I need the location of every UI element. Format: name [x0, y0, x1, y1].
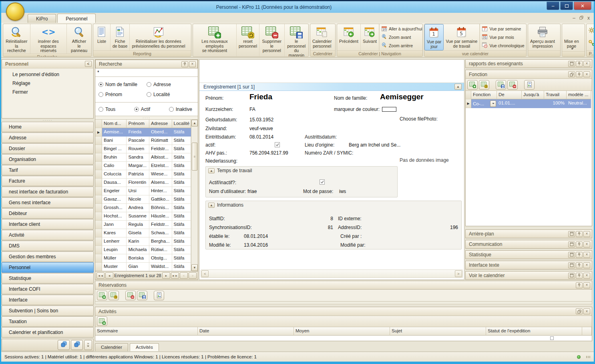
sidebar-item-gens-nest-interface[interactable]: Gens nest interface [2, 197, 94, 208]
table-row[interactable]: KaresGiselaSchwa...Stäfa [95, 229, 191, 237]
sidebar-item-dms[interactable]: DMS [2, 241, 94, 251]
sidebar-item-débiteur[interactable]: Débiteur [2, 208, 94, 219]
scroll-left-icon[interactable]: < [201, 270, 209, 277]
maximize-icon[interactable] [568, 231, 575, 237]
ribbon-small-button-zoom-arrière[interactable]: Zoom arrière [381, 42, 422, 49]
table-cell[interactable]: Jann [102, 221, 127, 229]
civil-status-value[interactable]: veuf-veuve [249, 126, 273, 131]
table-cell[interactable]: Rütiwi... [149, 246, 172, 254]
table-cell[interactable]: Hinter... [149, 187, 172, 195]
radio-prénom[interactable]: Prénom [98, 92, 147, 97]
table-cell[interactable]: Gisela [127, 229, 149, 237]
sidebar-item-adresse[interactable]: Adresse [2, 133, 94, 143]
ribbon-button-mise-en[interactable]: Mise en page [562, 24, 581, 51]
pin-icon[interactable] [576, 252, 583, 258]
resize-grip[interactable] [586, 356, 591, 358]
add-record-button[interactable] [467, 80, 478, 90]
table-cell[interactable]: Leupin [102, 246, 127, 254]
scroll-right-icon[interactable]: > [455, 270, 462, 277]
horizontal-scrollbar[interactable]: < > [201, 269, 463, 278]
collapsed-panel-arrière-plan[interactable]: Arrière-plan× [465, 229, 592, 238]
pin-icon[interactable] [576, 273, 583, 279]
ribbon-small-button-vue-par-mois[interactable]: 31Vue par mois [482, 34, 524, 41]
table-cell[interactable]: Stäfa [172, 179, 191, 187]
layout-button-1[interactable] [58, 340, 70, 350]
table-cell[interactable]: Oberd... [149, 128, 172, 137]
origin-value[interactable]: Berg am Irchel und Se... [349, 142, 400, 148]
table-cell[interactable]: Stäfa [172, 237, 191, 246]
entry-date-value[interactable]: 08.01.2014 [249, 134, 273, 140]
table-cell[interactable]: Etzelst... [149, 162, 172, 170]
sidebar-item-interface-cofi[interactable]: Interface COFI [2, 284, 94, 294]
table-cell[interactable]: Susanne [127, 212, 149, 221]
table-cell[interactable]: Sandra [127, 153, 149, 162]
created-date-value[interactable]: 08.01.2014 [244, 233, 268, 239]
sidebar-item-dossier[interactable]: Dossier [2, 143, 94, 154]
pin-icon[interactable] [576, 71, 583, 77]
close-icon[interactable]: × [189, 61, 196, 67]
ribbon-button-vue-par-semaine[interactable]: 5Vue par semaine de travail [444, 24, 480, 50]
table-cell[interactable]: Stäfa [172, 221, 191, 229]
table-cell[interactable]: Calio [102, 162, 127, 170]
restore-icon[interactable] [568, 71, 575, 77]
tab-activites[interactable]: Activités [130, 343, 159, 351]
radio-localité[interactable]: Localité [147, 92, 195, 97]
table-row[interactable]: Grossh...AndreaBöhnis...Stäfa [95, 204, 191, 212]
tab-kipro[interactable]: KiPro [28, 14, 56, 23]
table-cell[interactable]: Muster [102, 263, 127, 271]
dropdown-button[interactable] [490, 101, 496, 107]
staffid-value[interactable]: 8 [317, 216, 333, 221]
radio-actif[interactable]: Actif [134, 107, 150, 112]
active-checkbox[interactable] [275, 142, 280, 147]
table-row[interactable]: ▶Aemise...FriedaOberd...Stäfa [95, 128, 191, 137]
close-icon[interactable]: × [583, 252, 590, 258]
pin-icon[interactable] [181, 61, 188, 67]
save-record-button[interactable] [496, 80, 506, 90]
table-cell[interactable]: Stäfa [172, 263, 191, 271]
delete-record-button[interactable] [507, 80, 518, 90]
table-cell[interactable]: Boriska [127, 254, 149, 263]
ribbon-button-réinitialiser-les-données[interactable]: Réinitialiser les données prévisionnelle… [130, 24, 187, 50]
refresh-record-button[interactable] [109, 291, 119, 300]
table-cell[interactable]: Häusle... [149, 212, 172, 221]
collapsed-panel-statistique[interactable]: Statistique× [465, 250, 592, 259]
report-button[interactable] [524, 80, 535, 90]
scroll-down-icon[interactable]: ▼ [191, 264, 198, 271]
table-row[interactable]: BaniPascaleRütimattStäfa [95, 137, 191, 145]
search-splitter[interactable]: ···· [95, 116, 198, 119]
sidebar-splitter[interactable]: ····· [2, 119, 94, 122]
close-icon[interactable]: × [583, 308, 590, 314]
table-row[interactable]: CalioMargar...Etzelst...Stäfa [95, 162, 191, 170]
sidebar-link-réglage[interactable]: Réglage [2, 77, 93, 86]
save-record-button[interactable] [137, 291, 147, 300]
password-value[interactable]: iws [339, 189, 346, 194]
table-cell[interactable]: Stäfa [172, 162, 191, 170]
table-cell[interactable]: Wiese... [149, 170, 172, 179]
table-row[interactable]: Hochst...SusanneHäusle...Stäfa [95, 212, 191, 221]
table-cell[interactable]: Pascale [127, 137, 149, 145]
table-cell[interactable]: Michaela [127, 246, 149, 254]
column-header-nom-d-[interactable]: Nom d... [102, 120, 127, 128]
key-button[interactable] [588, 39, 594, 48]
table-cell[interactable]: Stäfa [172, 128, 191, 137]
maximize-icon[interactable] [568, 241, 575, 247]
username-value[interactable]: friae [247, 189, 257, 194]
table-cell[interactable]: Gian [127, 263, 149, 271]
table-cell[interactable]: Andrea [127, 204, 149, 212]
nav-right-button[interactable]: > [189, 272, 197, 279]
nav-left-button[interactable]: < [180, 272, 188, 279]
radio-tous[interactable]: Tous [98, 107, 115, 112]
layout-button-2[interactable] [71, 340, 83, 350]
column-header-de[interactable]: De [497, 91, 522, 99]
ribbon-small-button-vue-chronologique[interactable]: Vue chronologique [482, 42, 524, 49]
close-button[interactable]: ✕ [574, 2, 591, 10]
table-cell[interactable]: Stäfa [172, 187, 191, 195]
ribbon-button-supprimer-le[interactable]: Supprimer le personnel [259, 24, 284, 57]
table-cell[interactable]: Stäfa [172, 170, 191, 179]
table-cell[interactable]: Frieda [127, 128, 149, 137]
table-cell[interactable]: Ursi [127, 187, 149, 195]
table-cell[interactable]: Feldstr... [149, 145, 172, 153]
table-cell[interactable]: Schwa... [149, 229, 172, 237]
table-cell[interactable]: Stäfa [172, 137, 191, 145]
table-cell[interactable]: Bani [102, 137, 127, 145]
